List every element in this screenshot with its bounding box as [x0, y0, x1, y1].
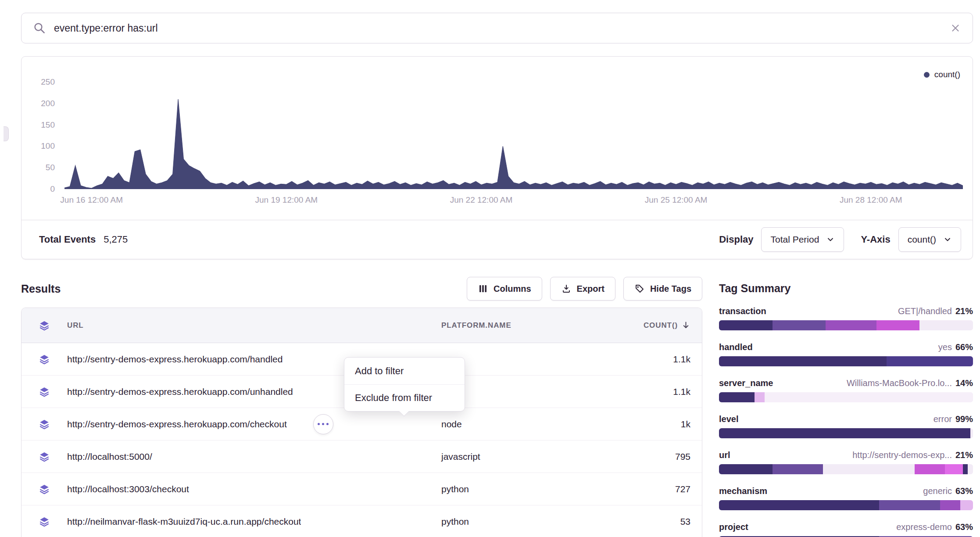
cell-actions-button[interactable] [313, 414, 333, 434]
total-events-value: 5,275 [104, 234, 128, 245]
row-url[interactable]: http://sentry-demos-express.herokuapp.co… [67, 387, 293, 397]
tag-bar[interactable] [719, 464, 973, 474]
columns-button[interactable]: Columns [467, 277, 542, 301]
stack-icon [21, 451, 67, 462]
tag-bar-segment[interactable] [719, 428, 970, 438]
row-count[interactable]: 1k [626, 419, 690, 430]
tag-name: project [719, 522, 748, 532]
column-header-count[interactable]: COUNT() [626, 321, 690, 330]
column-header-url[interactable]: URL [67, 321, 441, 330]
tag-name: handled [719, 342, 753, 352]
results-heading: Results [21, 283, 61, 295]
tag-percent: 63% [955, 486, 973, 496]
row-url[interactable]: http://sentry-demos-express.herokuapp.co… [67, 419, 287, 430]
tag-bar-segment[interactable] [915, 464, 945, 474]
tag-bar-segment[interactable] [719, 320, 773, 330]
row-platform[interactable]: javascript [441, 451, 626, 462]
tag-bar-segment[interactable] [963, 464, 968, 474]
stack-icon [21, 516, 67, 527]
sidebar-collapse-handle[interactable] [4, 126, 9, 141]
display-dropdown[interactable]: Total Period [761, 227, 844, 252]
search-bar[interactable] [21, 13, 973, 43]
content-row: Results Columns Export Hide Tags [21, 277, 973, 537]
chart-x-axis: Jun 16 12:00 AMJun 19 12:00 AMJun 22 12:… [64, 195, 963, 208]
tag-list: transactionGET|/handled21%handledyes66%s… [719, 306, 973, 537]
tag-bar-segment[interactable] [968, 464, 973, 474]
tag-bar-segment[interactable] [960, 500, 973, 510]
y-axis-tick: 150 [41, 120, 55, 130]
search-input[interactable] [54, 22, 942, 34]
tag-bar-segment[interactable] [773, 320, 826, 330]
table-row[interactable]: http://sentry-demos-express.herokuapp.co… [21, 408, 702, 440]
y-axis-dropdown[interactable]: count() [898, 227, 961, 252]
row-count[interactable]: 727 [626, 484, 690, 494]
tag-bar[interactable] [719, 500, 973, 510]
tag-bar-segment[interactable] [719, 464, 773, 474]
chevron-down-icon [826, 235, 835, 244]
tag-bar-segment[interactable] [876, 320, 919, 330]
tag-top-value: generic [923, 486, 952, 496]
export-download-icon [561, 283, 572, 294]
row-url[interactable]: http://localhost:5000/ [67, 451, 152, 462]
row-url[interactable]: http://neilmanvar-flask-m3uuizd7iq-uc.a.… [67, 516, 301, 527]
table-row[interactable]: http://neilmanvar-flask-m3uuizd7iq-uc.a.… [21, 505, 702, 537]
tag-percent: 14% [955, 378, 973, 388]
cell-action-menu: Add to filter Exclude from filter [344, 357, 465, 412]
x-axis-tick: Jun 22 12:00 AM [450, 195, 513, 205]
tag-bar[interactable] [719, 392, 973, 402]
row-platform[interactable]: node [441, 419, 626, 430]
tag-bar-segment[interactable] [773, 464, 823, 474]
tag-bar[interactable] [719, 320, 973, 330]
y-axis-label: Y-Axis [861, 234, 890, 245]
row-platform[interactable]: python [441, 516, 626, 527]
y-axis-dropdown-value: count() [908, 234, 936, 245]
tag-bar-segment[interactable] [940, 500, 960, 510]
display-dropdown-value: Total Period [770, 234, 819, 245]
menu-item-add-to-filter[interactable]: Add to filter [344, 358, 465, 384]
row-count[interactable]: 795 [626, 451, 690, 462]
row-count[interactable]: 53 [626, 516, 690, 527]
tag-bar[interactable] [719, 356, 973, 366]
tag-summary-heading: Tag Summary [719, 282, 973, 295]
tag-name: server_name [719, 378, 773, 388]
y-axis-tick: 50 [46, 163, 55, 172]
tag-bar-segment[interactable] [765, 392, 973, 402]
row-url[interactable]: http://localhost:3003/checkout [67, 484, 189, 494]
stack-icon [21, 483, 67, 495]
tag-bar[interactable] [719, 428, 973, 438]
row-count[interactable]: 1.1k [626, 387, 690, 397]
chart-legend[interactable]: count() [924, 70, 960, 79]
results-bar: Results Columns Export Hide Tags [21, 277, 702, 301]
chart-area: count() 050100150200250 Jun 16 12:00 AMJ… [21, 57, 973, 220]
tag-bar-segment[interactable] [879, 500, 940, 510]
row-platform[interactable]: python [441, 484, 626, 494]
tag-block: transactionGET|/handled21% [719, 306, 973, 330]
tag-bar-segment[interactable] [719, 500, 879, 510]
tag-bar-segment[interactable] [719, 356, 887, 366]
tag-bar-segment[interactable] [970, 428, 973, 438]
table-header-row: URL PLATFORM.NAME COUNT() [21, 308, 702, 343]
tag-percent: 66% [955, 342, 973, 352]
tag-bar-segment[interactable] [945, 464, 963, 474]
tag-top-value: error [934, 414, 952, 424]
tag-bar-segment[interactable] [719, 392, 755, 402]
chart-plot[interactable] [64, 82, 963, 189]
tag-bar-segment[interactable] [755, 392, 765, 402]
tag-block: projectexpress-demo63% [719, 522, 973, 537]
table-row[interactable]: http://localhost:3003/checkoutpython727 [21, 473, 702, 505]
row-count[interactable]: 1.1k [626, 354, 690, 365]
chart-y-axis: 050100150200250 [21, 82, 58, 189]
tag-bar-segment[interactable] [887, 356, 973, 366]
tag-bar-segment[interactable] [823, 464, 914, 474]
tag-bar-segment[interactable] [919, 320, 973, 330]
tag-bar-segment[interactable] [826, 320, 876, 330]
column-header-platform[interactable]: PLATFORM.NAME [441, 321, 626, 330]
chart-footer: Total Events 5,275 Display Total Period … [21, 220, 973, 259]
row-url[interactable]: http://sentry-demos-express.herokuapp.co… [67, 354, 283, 365]
columns-icon [478, 283, 488, 294]
export-button[interactable]: Export [550, 277, 615, 301]
clear-search-icon[interactable] [950, 22, 961, 34]
hide-tags-button[interactable]: Hide Tags [623, 277, 702, 301]
chevron-down-icon [943, 235, 952, 244]
table-row[interactable]: http://localhost:5000/javascript795 [21, 440, 702, 473]
